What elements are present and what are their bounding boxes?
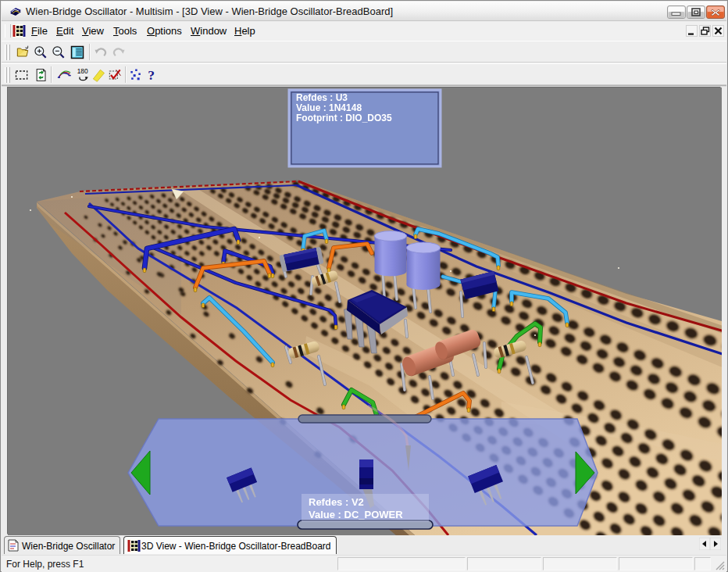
svg-text:Value : DC_POWER: Value : DC_POWER — [309, 509, 403, 520]
svg-text:Footprint : DIO_DO35: Footprint : DIO_DO35 — [296, 113, 392, 123]
svg-text:?: ? — [148, 67, 155, 83]
svg-text:Value : 1N4148: Value : 1N4148 — [296, 102, 362, 113]
svg-text:180: 180 — [77, 67, 88, 75]
svg-text:Refdes : U3: Refdes : U3 — [296, 92, 348, 103]
svg-text:Refdes : V2: Refdes : V2 — [309, 496, 364, 508]
